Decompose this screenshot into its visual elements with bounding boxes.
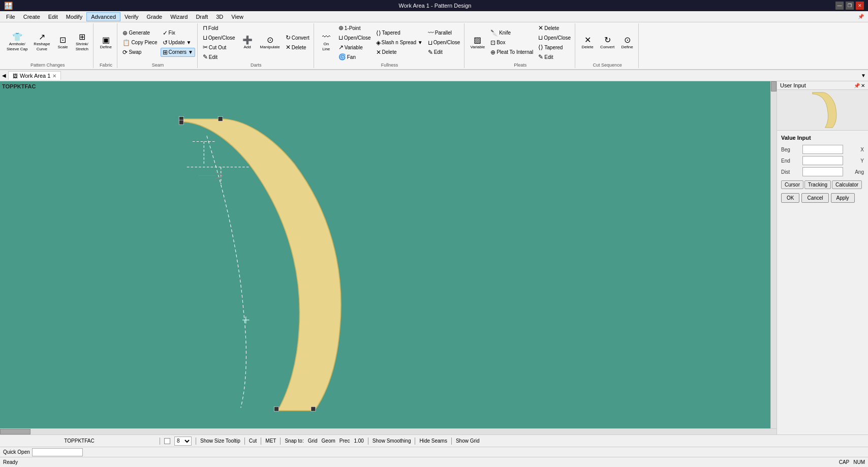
scrollbar-v-thumb[interactable] <box>771 81 777 91</box>
one-point-button[interactable]: ⊕ 1-Point <box>336 23 373 33</box>
maximize-button[interactable]: ❐ <box>846 2 854 10</box>
work-area-tab[interactable]: 🖼 Work Area 1 ✕ <box>8 71 61 80</box>
minimize-button[interactable]: — <box>835 2 844 10</box>
beg-x-input[interactable] <box>802 145 843 154</box>
tracking-button[interactable]: Tracking <box>804 180 831 189</box>
panel-close-button[interactable]: ✕ <box>861 83 865 88</box>
vertical-scrollbar[interactable] <box>770 81 777 428</box>
fan-button[interactable]: 🌀 Fan <box>336 52 373 61</box>
status-sep8 <box>451 438 452 445</box>
menu-view[interactable]: View <box>227 13 247 21</box>
fabric-define-button[interactable]: ▣ Define <box>97 35 115 51</box>
cancel-button[interactable]: Cancel <box>801 193 828 203</box>
fullness-delete-button[interactable]: ✕ Delete <box>374 48 425 57</box>
cut-define-button[interactable]: ⊙ Define <box>618 35 636 51</box>
toolbar-pin[interactable]: 📌 <box>858 14 864 19</box>
horizontal-scrollbar[interactable] <box>0 428 777 434</box>
tab-close-button[interactable]: ✕ <box>52 73 56 79</box>
pleats-delete-button[interactable]: ✕ Delete <box>536 23 573 33</box>
pleats-tapered-button[interactable]: ⟨⟩ Tapered <box>536 43 573 52</box>
menu-file[interactable]: File <box>2 13 19 21</box>
seam-group-label: Seam <box>120 63 195 68</box>
knife-button[interactable]: 🔪 Knife <box>488 28 535 38</box>
slash-spread-button[interactable]: ◈ Slash n Spread ▼ <box>374 38 425 47</box>
ok-button[interactable]: OK <box>781 193 799 203</box>
status-sep3 <box>244 438 245 445</box>
pleats-delete-icon: ✕ <box>538 24 543 32</box>
add-button[interactable]: ➕ Add <box>238 35 257 51</box>
shrink-stretch-button[interactable]: ⊞ Shrink/Stretch <box>73 32 91 53</box>
fullness-open-close-button[interactable]: ⊔ Open/Close <box>336 33 373 42</box>
status-checkbox[interactable] <box>164 438 170 444</box>
manipulate-button[interactable]: ⊙ Manipulate <box>258 35 283 51</box>
quick-open-input[interactable] <box>32 448 83 456</box>
preview-shape <box>813 92 836 128</box>
right-panel: User Input 📌 ✕ Value Input Beg X End Y <box>777 81 868 434</box>
darts-edit-button[interactable]: ✎ Edit <box>201 52 237 61</box>
right-panel-controls[interactable]: 📌 ✕ <box>854 83 865 88</box>
fold-button[interactable]: ⊓ Fold <box>201 23 237 33</box>
darts-delete-button[interactable]: ✕ Delete <box>284 43 312 52</box>
pleats-group-label: Pleats <box>468 63 573 68</box>
scale-button[interactable]: ⊡ Scale <box>53 35 72 51</box>
menu-3d[interactable]: 3D <box>212 13 227 21</box>
corner-point-brr <box>311 407 316 411</box>
fix-button[interactable]: ✓ Fix <box>161 28 195 38</box>
cut-convert-button[interactable]: ↻ Convert <box>598 35 617 51</box>
tapered-label: Tapered <box>382 30 400 36</box>
update-button[interactable]: ↺ Update ▼ <box>161 38 195 47</box>
status-sep4 <box>261 438 261 445</box>
convert-button[interactable]: ↻ Convert <box>284 33 312 42</box>
menu-modify[interactable]: Modify <box>62 13 86 21</box>
menu-create[interactable]: Create <box>19 13 44 21</box>
dist-input[interactable] <box>802 167 843 176</box>
swap-button[interactable]: ⟳ Swap <box>120 48 159 57</box>
cut-out-button[interactable]: ✂ Cut Out <box>201 43 237 52</box>
copy-piece-button[interactable]: 📋 Copy Piece <box>120 38 159 47</box>
canvas-area[interactable]: TOPPKTFAC <box>0 81 770 428</box>
back-icon[interactable]: ◀ <box>2 73 6 78</box>
generate-button[interactable]: ⊕ Generate <box>120 28 159 38</box>
menu-draft[interactable]: Draft <box>192 13 212 21</box>
status-sep1 <box>160 438 160 445</box>
menu-grade[interactable]: Grade <box>143 13 167 21</box>
calculator-button[interactable]: Calculator <box>832 180 862 189</box>
one-point-icon: ⊕ <box>338 24 344 32</box>
menu-advanced[interactable]: Advanced <box>86 12 120 21</box>
apply-button[interactable]: Apply <box>831 193 855 203</box>
menu-edit[interactable]: Edit <box>44 13 62 21</box>
fullness-edit-button[interactable]: ✎ Edit <box>426 48 462 57</box>
variable-button[interactable]: ↗ Variable <box>336 43 373 52</box>
fullness-open-close2-button[interactable]: ⊔ Open/Close <box>426 38 462 47</box>
window-controls[interactable]: — ❐ ✕ <box>835 2 864 10</box>
corners-button[interactable]: ⊞ Corners ▼ <box>161 48 195 57</box>
panel-pin-button[interactable]: 📌 <box>854 83 860 88</box>
reshape-label: ReshapeCurve <box>34 42 50 51</box>
zoom-select[interactable]: 8 4 2 1 16 <box>174 437 192 446</box>
fullness-edit-icon: ✎ <box>428 49 433 56</box>
pleat-internal-button[interactable]: ⊕ Pleat To Internal <box>488 48 535 57</box>
online-button[interactable]: 〰 OnLine <box>317 32 335 53</box>
scrollbar-h-thumb[interactable] <box>0 429 30 434</box>
tapered-button[interactable]: ⟨⟩ Tapered <box>374 28 425 38</box>
arrow-r2 <box>215 175 224 179</box>
parallel-button[interactable]: 〰 Parallel <box>426 28 462 38</box>
tab-dropdown[interactable]: ▼ <box>861 73 866 78</box>
cursor-button[interactable]: Cursor <box>781 180 803 189</box>
box-button[interactable]: ⊡ Box <box>488 38 535 47</box>
end-y-input[interactable] <box>802 156 843 165</box>
scale-icon: ⊡ <box>59 36 66 44</box>
status-bar: TOPPKTFAC 8 4 2 1 16 Show Size Tooltip C… <box>0 434 868 447</box>
close-button[interactable]: ✕ <box>856 2 864 10</box>
pleats-open-close-button[interactable]: ⊔ Open/Close <box>536 33 573 42</box>
fullness-open-close2-label: Open/Close <box>433 40 460 45</box>
pleats-variable-button[interactable]: ▨ Variable <box>468 35 487 51</box>
armhole-sleeve-cap-button[interactable]: 👕 Armhole/Sleeve Cap <box>4 32 30 53</box>
reshape-curve-button[interactable]: ↗ ReshapeCurve <box>31 32 52 53</box>
menu-wizard[interactable]: Wizard <box>166 13 192 21</box>
cut-delete-button[interactable]: ✕ Delete <box>578 35 597 51</box>
darts-open-close-button[interactable]: ⊔ Open/Close <box>201 33 237 42</box>
dist-row: Dist Ang <box>781 167 864 176</box>
menu-verify[interactable]: Verify <box>120 13 143 21</box>
pleats-edit-button[interactable]: ✎ Edit <box>536 52 573 61</box>
